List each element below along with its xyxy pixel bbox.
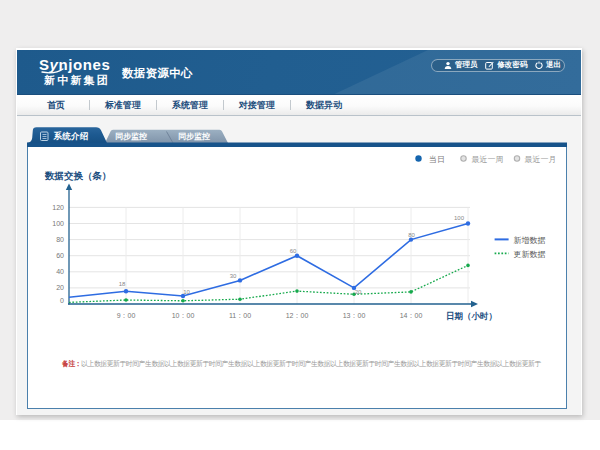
svg-text:当日: 当日 [429, 155, 445, 164]
svg-text:最近一周: 最近一周 [472, 155, 504, 164]
svg-text:10: 10 [183, 289, 190, 295]
svg-text:60: 60 [290, 248, 297, 254]
svg-text:同步监控: 同步监控 [178, 132, 210, 141]
svg-text:日期（小时）: 日期（小时） [446, 311, 497, 321]
svg-text:数据交换（条）: 数据交换（条） [44, 170, 112, 182]
svg-text:20: 20 [56, 284, 64, 291]
svg-text:80: 80 [408, 232, 415, 238]
svg-text:11：00: 11：00 [229, 312, 251, 319]
svg-text:9：00: 9：00 [117, 312, 136, 319]
svg-text:12：00: 12：00 [286, 312, 309, 319]
svg-text:20: 20 [355, 289, 362, 295]
svg-text:0: 0 [60, 297, 64, 304]
svg-text:30: 30 [230, 273, 237, 279]
svg-text:13：00: 13：00 [343, 312, 366, 319]
svg-text:100: 100 [52, 220, 64, 227]
svg-text:系统介绍: 系统介绍 [52, 131, 88, 141]
svg-text:60: 60 [56, 252, 64, 259]
svg-text:14：00: 14：00 [400, 312, 423, 319]
svg-text:40: 40 [56, 268, 64, 275]
svg-text:同步监控: 同步监控 [115, 132, 147, 141]
svg-text:120: 120 [52, 204, 64, 211]
svg-text:100: 100 [454, 215, 465, 221]
svg-text:10：00: 10：00 [172, 312, 195, 319]
svg-text:18: 18 [119, 281, 126, 287]
svg-text:最近一月: 最近一月 [525, 155, 557, 164]
svg-text:80: 80 [56, 236, 64, 243]
svg-text:新增数据: 新增数据 [514, 236, 546, 245]
svg-text:更新数据: 更新数据 [514, 250, 546, 259]
